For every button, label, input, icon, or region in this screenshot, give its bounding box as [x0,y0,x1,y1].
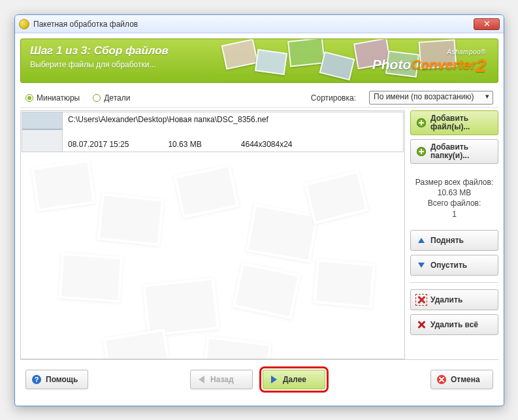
file-row[interactable]: C:\Users\Alexander\Desktop\Новая папка\D… [22,112,404,152]
file-info: C:\Users\Alexander\Desktop\Новая папка\D… [63,112,403,152]
delete-label: Удалить [430,295,462,304]
delete-all-button[interactable]: Удалить всё [410,314,498,335]
sort-label: Сортировка: [311,93,356,103]
plus-icon [417,147,426,156]
step-banner: Шаг 1 из 3: Сбор файлов Выберите файлы д… [20,39,498,83]
plus-icon [417,118,426,127]
delete-all-label: Удалить всё [430,320,478,329]
move-up-button[interactable]: Поднять [410,230,498,251]
file-size: 10.63 MB [168,140,201,149]
view-details-label: Детали [104,93,130,103]
add-folders-button[interactable]: Добавить папку(и)... [410,139,498,164]
workarea: C:\Users\Alexander\Desktop\Новая папка\D… [20,110,498,359]
add-files-label: Добавить файл(ы)... [430,114,493,131]
arrow-up-icon [418,238,425,243]
footer-bar: ? Помощь Назад Далее Отмена [20,359,498,400]
stats-size-value: 10.63 MB [410,187,498,198]
view-toolbar: Миниатюры Детали Сортировка: По имени (п… [20,87,498,108]
batch-window: Пакетная обработка файлов ✕ Шаг 1 из 3: … [14,14,504,406]
file-stats: Размер всех файлов: 10.63 MB Всего файло… [410,168,498,226]
back-label: Назад [210,375,234,384]
stats-size-label: Размер всех файлов: [410,177,498,187]
radio-dot-icon [93,94,101,102]
arrow-down-icon [418,263,425,268]
delete-all-icon [417,320,426,329]
move-up-label: Поднять [430,236,464,245]
content-area: Шаг 1 из 3: Сбор файлов Выберите файлы д… [15,33,504,406]
file-dimensions: 4644x3084x24 [241,140,293,149]
view-details-radio[interactable]: Детали [93,93,130,103]
sort-select[interactable]: По имени (по возрастанию) [369,91,493,105]
help-label: Помощь [46,375,78,384]
delete-button[interactable]: Удалить [410,289,498,310]
file-thumbnail [22,112,63,152]
add-files-button[interactable]: Добавить файл(ы)... [410,110,498,135]
close-button[interactable]: ✕ [474,18,500,30]
sort-select-wrap: По имени (по возрастанию) [369,91,493,105]
radio-dot-icon [25,94,33,102]
stats-count-value: 1 [410,209,498,219]
add-folders-label: Добавить папку(и)... [430,143,493,160]
next-highlight: Далее [259,366,329,393]
move-down-label: Опустить [430,261,467,270]
view-thumbnails-label: Миниатюры [37,93,80,103]
next-label: Далее [283,375,306,384]
delete-icon [417,295,426,304]
back-button[interactable]: Назад [190,370,253,389]
file-date: 08.07.2017 15:25 [68,140,129,149]
stats-count-label: Всего файлов: [410,198,498,208]
view-thumbnails-radio[interactable]: Миниатюры [25,93,80,103]
cancel-label: Отмена [451,375,480,384]
window-title: Пакетная обработка файлов [33,20,474,29]
help-icon: ? [32,375,41,384]
app-icon [19,19,29,29]
cancel-button[interactable]: Отмена [430,370,493,389]
arrow-forward-icon [271,376,277,383]
separator [410,282,498,283]
arrow-back-icon [199,376,204,383]
side-panel: Добавить файл(ы)... Добавить папку(и)...… [410,110,498,359]
next-button[interactable]: Далее [263,370,325,389]
move-down-button[interactable]: Опустить [410,255,498,276]
titlebar: Пакетная обработка файлов ✕ [15,15,504,33]
brand-logo: Ashampoo® PhotoConverter2 [372,48,486,76]
cancel-icon [437,375,446,384]
file-path: C:\Users\Alexander\Desktop\Новая папка\D… [68,115,398,140]
help-button[interactable]: ? Помощь [25,370,88,389]
file-list-panel[interactable]: C:\Users\Alexander\Desktop\Новая папка\D… [20,110,405,359]
